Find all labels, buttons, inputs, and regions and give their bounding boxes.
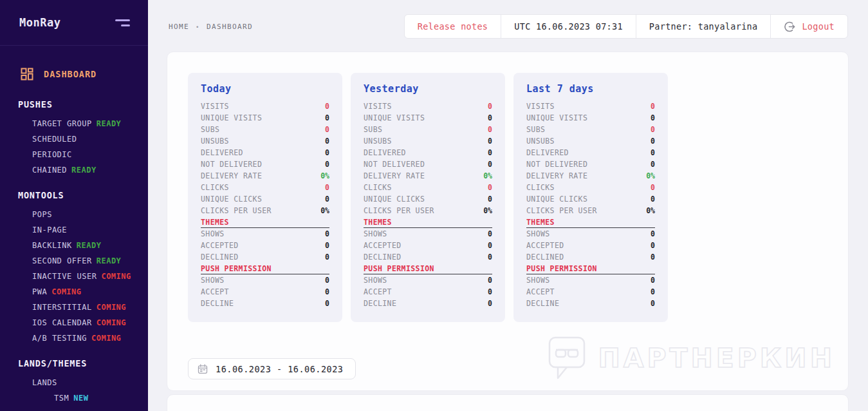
stat-value: 0	[651, 160, 655, 169]
stat-label: UNIQUE VISITS	[364, 113, 425, 122]
stat-label: DELIVERY RATE	[526, 171, 587, 180]
stat-row: UNIQUE CLICKS0	[364, 193, 492, 205]
stat-value: 0	[651, 195, 655, 204]
stat-label: SHOWS	[526, 276, 550, 285]
logout-button[interactable]: Logout	[770, 15, 847, 38]
sidebar-item-lands[interactable]: LANDS	[0, 375, 148, 390]
stat-label: CLICKS PER USER	[201, 206, 272, 215]
sidebar-item-pwa[interactable]: PWACOMING	[0, 284, 148, 300]
stat-value: 0	[325, 113, 329, 122]
stat-value: 0%	[320, 206, 329, 215]
stat-label: CLICKS	[526, 183, 555, 192]
stat-row: ACCEPTED0	[201, 240, 329, 251]
stat-value: 0%	[483, 171, 492, 180]
stat-row: DECLINE0	[364, 298, 492, 309]
sidebar-section-title-montools: MONTOOLS	[18, 190, 148, 200]
sidebar-item-ios-calendar[interactable]: IOS CALENDARCOMING	[0, 315, 148, 330]
logout-icon	[784, 21, 796, 33]
stat-value: 0%	[646, 206, 655, 215]
sidebar-item-label: PWA	[32, 287, 47, 296]
stat-row: SHOWS0	[201, 228, 329, 240]
stat-row: DECLINE0	[526, 298, 655, 309]
sidebar-item-label: LANDS	[32, 378, 57, 387]
stat-label: ACCEPT	[201, 287, 229, 296]
stat-row: UNIQUE CLICKS0	[526, 193, 655, 205]
card-section-label: THEMES	[364, 218, 392, 227]
stat-value: 0	[325, 148, 329, 157]
sidebar-item-second-offer[interactable]: SECOND OFFERREADY	[0, 253, 148, 269]
sidebar-section-title-lands-themes: LANDS/THEMES	[18, 358, 148, 368]
stat-label: SUBS	[364, 125, 382, 134]
hamburger-icon[interactable]	[115, 17, 130, 29]
stat-value: 0	[488, 241, 492, 250]
stat-row: ACCEPT0	[201, 286, 329, 298]
stat-label: UNIQUE CLICKS	[201, 195, 262, 204]
stat-row: UNSUBS0	[201, 135, 329, 147]
stat-row: DECLINED0	[526, 251, 655, 263]
sidebar-item-scheduled[interactable]: SCHEDULED	[0, 131, 148, 147]
stat-value: 0	[325, 241, 329, 250]
stat-value: 0	[651, 299, 655, 308]
sidebar-menu: PUSHESTARGET GROUPREADYSCHEDULEDPERIODIC…	[0, 99, 148, 406]
stat-row: DELIVERED0	[526, 147, 655, 158]
sidebar-item-label: CHAINED	[32, 166, 67, 175]
sidebar-item-inactive-user[interactable]: INACTIVE USERCOMING	[0, 269, 148, 284]
stat-row: SHOWS0	[364, 228, 492, 240]
card-section-label: THEMES	[526, 218, 555, 227]
stat-value: 0	[488, 183, 492, 192]
card-section-label: PUSH PERMISSION	[201, 264, 272, 273]
sidebar-item-periodic[interactable]: PERIODIC	[0, 147, 148, 162]
stat-row: ACCEPTED0	[526, 240, 655, 251]
stat-label: ACCEPTED	[364, 241, 402, 250]
stat-value: 0	[488, 253, 492, 262]
release-notes-button[interactable]: Release notes	[405, 15, 501, 38]
partner-label: Partner: tanyalarina	[636, 15, 771, 38]
stat-row: CLICKS PER USER0%	[526, 205, 655, 216]
sidebar-item-in-page[interactable]: IN-PAGE	[0, 222, 148, 238]
stat-label: NOT DELIVERED	[526, 160, 587, 169]
sidebar-item-dashboard[interactable]: DASHBOARD	[0, 61, 148, 87]
date-range-value: 16.06.2023 - 16.06.2023	[216, 364, 343, 374]
sidebar-item-interstitial[interactable]: INTERSTITIALCOMING	[0, 300, 148, 315]
stat-row: SHOWS0	[526, 274, 655, 286]
stat-row: DELIVERED0	[201, 147, 329, 158]
sidebar-item-a-b-testing[interactable]: A/B TESTINGCOMING	[0, 330, 148, 346]
sidebar-item-chained[interactable]: CHAINEDREADY	[0, 162, 148, 178]
breadcrumb-home[interactable]: HOME	[169, 23, 189, 31]
stat-row: DECLINED0	[364, 251, 492, 263]
stat-row: UNSUBS0	[526, 135, 655, 147]
sidebar-item-label: POPS	[32, 210, 52, 219]
app-logo: MonRay	[19, 16, 60, 29]
stat-value: 0	[651, 137, 655, 146]
stat-row: SUBS0	[526, 124, 655, 135]
stat-row: SHOWS0	[201, 274, 329, 286]
stat-label: DELIVERED	[526, 148, 569, 157]
sidebar-item-label: IOS CALENDAR	[32, 318, 92, 327]
stat-label: SHOWS	[201, 229, 225, 238]
sidebar-item-tsm[interactable]: TSMNEW	[0, 390, 148, 406]
stat-value: 0	[325, 195, 329, 204]
date-range-picker[interactable]: 16.06.2023 - 16.06.2023	[188, 358, 356, 379]
sidebar: MonRay DASHBOARD PUSHESTARGET GROUPREADY…	[0, 0, 148, 411]
stat-row: DELIVERY RATE0%	[526, 170, 655, 182]
card-section-header: THEMES	[526, 216, 655, 228]
stat-label: DELIVERY RATE	[201, 171, 262, 180]
status-badge: READY	[71, 166, 97, 175]
sidebar-item-label: SCHEDULED	[32, 135, 77, 144]
stat-value: 0	[325, 276, 329, 285]
sidebar-item-target-group[interactable]: TARGET GROUPREADY	[0, 116, 148, 131]
stat-row: DELIVERY RATE0%	[201, 170, 329, 182]
stat-row: NOT DELIVERED0	[364, 158, 492, 170]
card-section-label: THEMES	[201, 218, 229, 227]
sidebar-item-pops[interactable]: POPS	[0, 207, 148, 222]
stat-label: ACCEPT	[364, 287, 392, 296]
stat-value: 0	[651, 148, 655, 157]
card-section-label: PUSH PERMISSION	[526, 264, 597, 273]
status-badge: COMING	[91, 334, 121, 343]
stat-value: 0	[325, 287, 329, 296]
stat-value: 0	[488, 160, 492, 169]
stats-card-today: TodayVISITS0UNIQUE VISITS0SUBS0UNSUBS0DE…	[188, 73, 342, 322]
stat-row: ACCEPT0	[526, 286, 655, 298]
stat-value: 0%	[646, 171, 655, 180]
sidebar-item-backlink[interactable]: BACKLINKREADY	[0, 238, 148, 253]
